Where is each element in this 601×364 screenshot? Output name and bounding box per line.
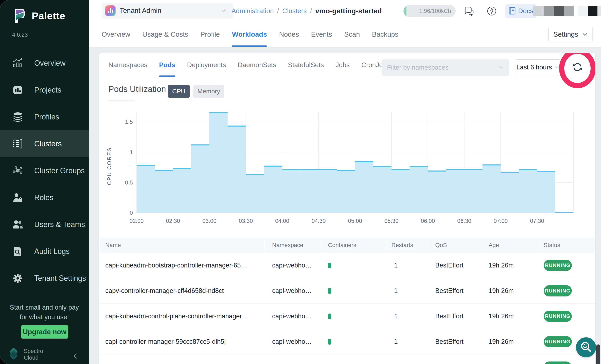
pod-qos: BestEffort	[435, 278, 464, 304]
pod-age: 19h 26m	[489, 354, 514, 364]
table-row[interactable]: capi-kubeadm-bootstrap-controller-manage…	[99, 253, 595, 278]
sidebar-item-tenant-settings[interactable]: Tenant Settings	[0, 265, 89, 292]
col-header-name[interactable]: Name	[105, 238, 121, 253]
screen: Palette 4.6.23 Overview	[0, 0, 601, 364]
help-widget-button[interactable]	[576, 337, 596, 357]
chevron-down-icon	[221, 9, 227, 13]
chart-section-title: Pods Utilization	[109, 84, 166, 94]
chart-title-underline	[109, 100, 135, 100]
chevron-down-icon	[498, 66, 504, 69]
book-icon	[509, 7, 516, 15]
sidebar-item-overview[interactable]: Overview	[0, 50, 89, 77]
promo-line2: for what you use!	[0, 312, 89, 322]
tab-scan[interactable]: Scan	[344, 22, 360, 47]
pod-qos: BestEffort	[435, 253, 464, 278]
tab-profile[interactable]: Profile	[200, 22, 220, 47]
chat-feedback-icon[interactable]	[463, 5, 474, 17]
subtab-pods[interactable]: Pods	[159, 53, 175, 77]
compass-tour-icon[interactable]	[486, 5, 497, 17]
pod-qos: BestEffort	[435, 304, 464, 329]
tab-workloads[interactable]: Workloads	[232, 22, 267, 47]
tab-events[interactable]: Events	[311, 22, 332, 47]
top-bar: Tenant Admin Administration / Clusters /…	[89, 0, 601, 22]
usage-progress	[403, 5, 406, 17]
tab-overview[interactable]: Overview	[101, 22, 130, 47]
subtab-daemonsets[interactable]: DaemonSets	[238, 53, 276, 77]
svg-text:1.5: 1.5	[125, 119, 133, 125]
subtab-deployments[interactable]: Deployments	[187, 53, 226, 77]
overview-chart-icon	[12, 58, 23, 68]
pod-status: RUNNING	[544, 329, 572, 354]
status-badge: RUNNING	[544, 285, 572, 296]
namespace-filter-input[interactable]: Filter by namespaces	[382, 59, 509, 76]
breadcrumb-administration[interactable]: Administration	[231, 7, 274, 15]
pod-restarts: 1	[394, 304, 398, 329]
svg-text:CPU CORES: CPU CORES	[106, 147, 112, 185]
subtab-jobs[interactable]: Jobs	[336, 53, 350, 77]
cluster-groups-icon	[12, 166, 23, 176]
pod-name: capi-kubeadm-bootstrap-controller-manage…	[105, 253, 247, 278]
upgrade-now-button[interactable]: Upgrade now	[21, 325, 68, 339]
pod-containers	[328, 329, 331, 354]
col-header-qos[interactable]: QoS	[435, 238, 447, 253]
cpu-toggle-button[interactable]: CPU	[168, 85, 190, 98]
time-range-value: Last 6 hours	[516, 64, 552, 71]
sidebar-item-clusters[interactable]: Clusters	[0, 130, 89, 157]
pod-restarts: 1	[394, 329, 398, 354]
col-header-restarts[interactable]: Restarts	[391, 238, 413, 253]
docs-button[interactable]: Docs	[505, 4, 537, 18]
scrollbar-thumb[interactable]	[596, 344, 600, 364]
promo-text: Start small and only pay for what you us…	[0, 303, 89, 322]
pod-qos: BestEffort	[435, 329, 464, 354]
tab-backups[interactable]: Backups	[372, 22, 399, 47]
pod-status: RUNNING	[544, 278, 572, 304]
table-row-partial[interactable]: … … 1 BestEffort 19h 26m RUNNING	[99, 354, 595, 364]
subtab-statefulsets[interactable]: StatefulSets	[288, 53, 324, 77]
palette-logo: Palette	[12, 8, 65, 24]
sidebar-item-projects[interactable]: Projects	[0, 77, 89, 103]
sidebar-item-roles[interactable]: Roles	[0, 184, 89, 211]
docs-label: Docs	[518, 7, 533, 15]
col-header-namespace[interactable]: Namespace	[272, 238, 303, 253]
tab-nodes[interactable]: Nodes	[279, 22, 299, 47]
svg-text:0: 0	[130, 210, 133, 216]
table-row[interactable]: capv-controller-manager-cff4d658d-nd8ct …	[99, 278, 595, 304]
pod-restarts: 1	[394, 354, 398, 364]
pod-status: RUNNING	[544, 304, 572, 329]
pod-containers	[328, 304, 331, 329]
column-divider	[431, 240, 431, 251]
sidebar-item-users-teams[interactable]: Users & Teams	[0, 211, 89, 238]
col-header-age[interactable]: Age	[489, 238, 499, 253]
column-divider	[539, 240, 539, 251]
pod-name: …	[105, 354, 112, 364]
settings-button[interactable]: Settings	[549, 27, 593, 42]
pod-containers	[328, 354, 331, 364]
tenant-scope-selector[interactable]: Tenant Admin	[102, 3, 233, 19]
refresh-button[interactable]	[571, 61, 584, 74]
container-status-box	[328, 314, 331, 319]
col-header-containers[interactable]: Containers	[328, 238, 356, 253]
breadcrumb-clusters[interactable]: Clusters	[282, 7, 307, 15]
column-divider	[322, 240, 322, 251]
content-area: Namespaces Pods Deployments DaemonSets S…	[89, 47, 601, 364]
svg-text:05:30: 05:30	[384, 218, 399, 224]
spectro-cloud-brand: Spectro Cloud	[7, 348, 43, 361]
sidebar-item-audit-logs[interactable]: Audit Logs	[0, 238, 89, 265]
table-row[interactable]: capi-controller-manager-59ccc87cc5-dlh5j…	[99, 329, 595, 354]
subtab-namespaces[interactable]: Namespaces	[109, 53, 147, 77]
col-header-status[interactable]: Status	[544, 238, 560, 253]
memory-toggle-button[interactable]: Memory	[193, 85, 224, 98]
column-divider	[265, 240, 265, 251]
pod-restarts: 1	[394, 278, 398, 304]
table-row[interactable]: capi-kubeadm-control-plane-controller-ma…	[99, 304, 595, 329]
breadcrumb-separator: /	[277, 7, 279, 15]
time-range-select[interactable]: Last 6 hours	[515, 59, 561, 75]
sidebar-item-label: Cluster Groups	[34, 166, 85, 175]
pod-namespace: capi-webho…	[272, 253, 312, 278]
sidebar-item-label: Audit Logs	[34, 247, 70, 256]
tab-usage-costs[interactable]: Usage & Costs	[142, 22, 188, 47]
breadcrumb-separator: /	[310, 7, 312, 15]
sidebar-item-cluster-groups[interactable]: Cluster Groups	[0, 157, 89, 184]
sidebar-item-profiles[interactable]: Profiles	[0, 103, 89, 130]
collapse-sidebar-icon[interactable]	[72, 352, 79, 360]
